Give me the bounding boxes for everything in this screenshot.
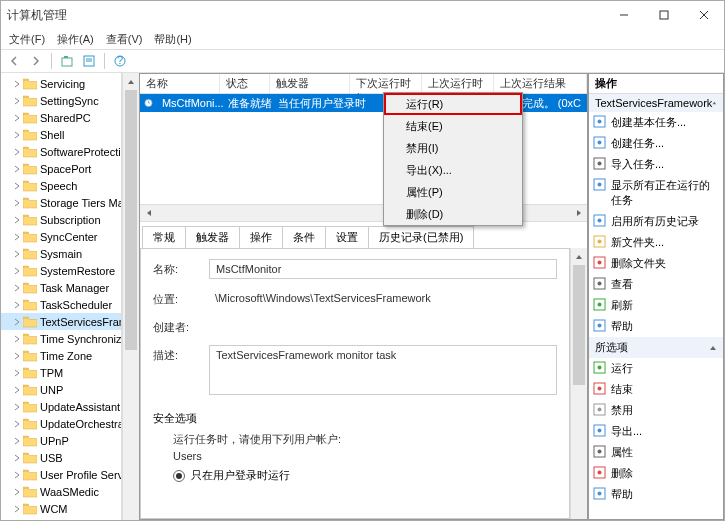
tree-item[interactable]: TaskScheduler: [1, 296, 121, 313]
minimize-button[interactable]: [604, 1, 644, 29]
action-item[interactable]: 导入任务...: [589, 154, 723, 175]
svg-point-37: [598, 408, 602, 412]
tree-item[interactable]: Sysmain: [1, 245, 121, 262]
menu-view[interactable]: 查看(V): [102, 30, 147, 49]
action-item[interactable]: 导出...: [589, 421, 723, 442]
ctx-properties[interactable]: 属性(P): [384, 181, 522, 203]
action-item[interactable]: 启用所有历史记录: [589, 211, 723, 232]
tree-item[interactable]: SoftwareProtectionPlat: [1, 143, 121, 160]
col-last[interactable]: 上次运行时间: [422, 74, 494, 93]
action-icon: [593, 487, 606, 500]
location-label: 位置:: [153, 289, 209, 307]
location-value: \Microsoft\Windows\TextServicesFramework: [209, 289, 557, 307]
close-button[interactable]: [684, 1, 724, 29]
action-item[interactable]: 新文件夹...: [589, 232, 723, 253]
action-item[interactable]: 帮助: [589, 484, 723, 505]
tree-item[interactable]: Speech: [1, 177, 121, 194]
ctx-export[interactable]: 导出(X)...: [384, 159, 522, 181]
ctx-disable[interactable]: 禁用(I): [384, 137, 522, 159]
action-item[interactable]: 删除文件夹: [589, 253, 723, 274]
tree-item[interactable]: User Profile Service: [1, 466, 121, 483]
col-next[interactable]: 下次运行时间: [350, 74, 422, 93]
menu-help[interactable]: 帮助(H): [150, 30, 195, 49]
tree-item[interactable]: WaaSMedic: [1, 483, 121, 500]
properties-button[interactable]: [80, 52, 98, 70]
help-button[interactable]: ?: [111, 52, 129, 70]
tree-item[interactable]: Time Synchronization: [1, 330, 121, 347]
action-item[interactable]: 显示所有正在运行的任务: [589, 175, 723, 211]
menu-action[interactable]: 操作(A): [53, 30, 98, 49]
titlebar: 计算机管理: [1, 1, 724, 29]
forward-button[interactable]: [27, 52, 45, 70]
tree-item[interactable]: Servicing: [1, 75, 121, 92]
tree-item[interactable]: Task Manager: [1, 279, 121, 296]
maximize-button[interactable]: [644, 1, 684, 29]
tree-item[interactable]: WCM: [1, 500, 121, 517]
up-button[interactable]: [58, 52, 76, 70]
tab-conditions[interactable]: 条件: [282, 226, 326, 248]
back-button[interactable]: [5, 52, 23, 70]
action-icon: [593, 214, 606, 227]
window-title: 计算机管理: [7, 7, 604, 24]
svg-point-43: [598, 471, 602, 475]
tab-general[interactable]: 常规: [142, 226, 186, 248]
col-trigger[interactable]: 触发器: [270, 74, 350, 93]
tree-item[interactable]: Shell: [1, 126, 121, 143]
tree-item[interactable]: UpdateOrchestrator: [1, 415, 121, 432]
menu-file[interactable]: 文件(F): [5, 30, 49, 49]
tree-item[interactable]: SharedPC: [1, 109, 121, 126]
svg-point-15: [598, 141, 602, 145]
name-field[interactable]: MsCtfMonitor: [209, 259, 557, 279]
tree-item[interactable]: Time Zone: [1, 347, 121, 364]
tree-item[interactable]: TPM: [1, 364, 121, 381]
tree-item[interactable]: SettingSync: [1, 92, 121, 109]
svg-text:?: ?: [117, 54, 123, 66]
col-name[interactable]: 名称: [140, 74, 220, 93]
action-item[interactable]: 运行: [589, 358, 723, 379]
action-item[interactable]: 刷新: [589, 295, 723, 316]
tab-triggers[interactable]: 触发器: [185, 226, 240, 248]
tree-item[interactable]: WDI: [1, 517, 121, 520]
author-label: 创建者:: [153, 317, 209, 335]
action-item[interactable]: 帮助: [589, 316, 723, 337]
svg-point-23: [598, 240, 602, 244]
svg-point-39: [598, 429, 602, 433]
svg-point-41: [598, 450, 602, 454]
actions-group2-header[interactable]: 所选项: [589, 337, 723, 358]
col-result[interactable]: 上次运行结果: [494, 74, 587, 93]
action-item[interactable]: 禁用: [589, 400, 723, 421]
action-item[interactable]: 创建基本任务...: [589, 112, 723, 133]
radio-logged-on[interactable]: 只在用户登录时运行: [153, 468, 557, 483]
tree-item[interactable]: SystemRestore: [1, 262, 121, 279]
action-icon: [593, 403, 606, 416]
nav-tree[interactable]: ServicingSettingSyncSharedPCShellSoftwar…: [1, 73, 122, 520]
action-item[interactable]: 属性: [589, 442, 723, 463]
tree-item[interactable]: UpdateAssistant: [1, 398, 121, 415]
action-item[interactable]: 删除: [589, 463, 723, 484]
tab-actions[interactable]: 操作: [239, 226, 283, 248]
tree-item[interactable]: UNP: [1, 381, 121, 398]
svg-point-29: [598, 303, 602, 307]
action-item[interactable]: 查看: [589, 274, 723, 295]
tree-item[interactable]: TextServicesFramework: [1, 313, 121, 330]
tree-item[interactable]: UPnP: [1, 432, 121, 449]
action-item[interactable]: 创建任务...: [589, 133, 723, 154]
detail-scrollbar[interactable]: [570, 248, 587, 519]
tree-item[interactable]: SyncCenter: [1, 228, 121, 245]
tree-scrollbar[interactable]: [122, 73, 139, 520]
tab-settings[interactable]: 设置: [325, 226, 369, 248]
tree-item[interactable]: Storage Tiers Manager: [1, 194, 121, 211]
ctx-run[interactable]: 运行(R): [384, 93, 522, 115]
col-status[interactable]: 状态: [220, 74, 270, 93]
tree-item[interactable]: SpacePort: [1, 160, 121, 177]
svg-point-33: [598, 366, 602, 370]
ctx-delete[interactable]: 删除(D): [384, 203, 522, 225]
svg-point-21: [598, 219, 602, 223]
action-item[interactable]: 结束: [589, 379, 723, 400]
ctx-end[interactable]: 结束(E): [384, 115, 522, 137]
actions-group1-header[interactable]: TextServicesFramework: [589, 94, 723, 112]
description-field[interactable]: TextServicesFramework monitor task: [209, 345, 557, 395]
tab-history[interactable]: 历史记录(已禁用): [368, 226, 474, 248]
tree-item[interactable]: USB: [1, 449, 121, 466]
tree-item[interactable]: Subscription: [1, 211, 121, 228]
